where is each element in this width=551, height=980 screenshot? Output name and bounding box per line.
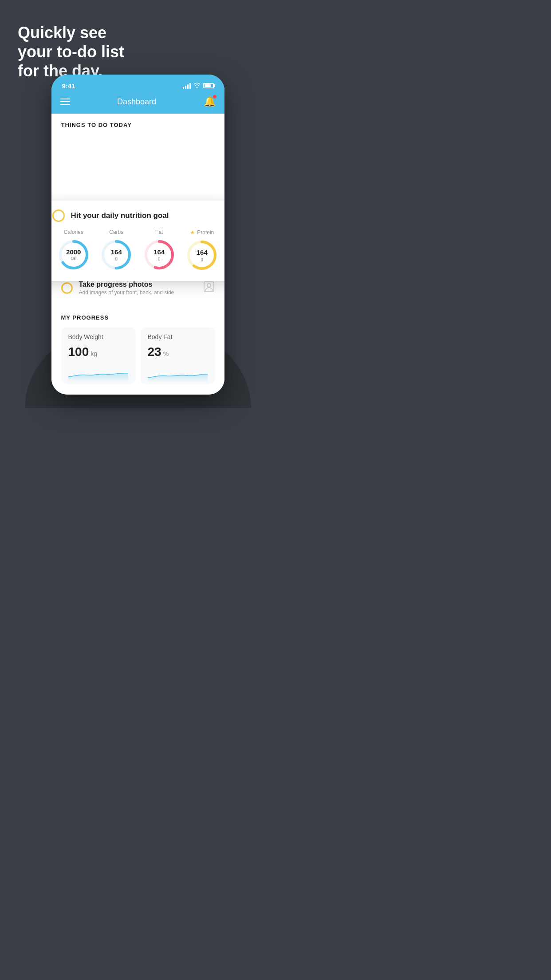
nutrition-circles: Calories 2000 cal xyxy=(52,229,224,271)
calories-value: 2000 xyxy=(66,248,81,256)
person-photo-icon xyxy=(203,281,215,295)
body-fat-value: 23% xyxy=(148,345,208,359)
nutrition-card: Hit your daily nutrition goal Calories xyxy=(51,201,224,281)
phone: 9:41 xyxy=(51,75,224,395)
carbs-label: Carbs xyxy=(109,229,123,235)
nutrition-fat: Fat 164 g xyxy=(143,229,175,271)
body-fat-card[interactable]: Body Fat 23% xyxy=(141,327,215,384)
protein-label: ★ Protein xyxy=(190,229,214,236)
photos-title: Take progress photos xyxy=(79,281,203,288)
calories-label: Calories xyxy=(64,229,83,235)
status-icons xyxy=(183,82,214,90)
things-today-heading: THINGS TO DO TODAY xyxy=(51,114,224,133)
fat-value: 164 xyxy=(153,248,165,256)
progress-section: MY PROGRESS Body Weight 100kg xyxy=(51,302,224,395)
nutrition-card-title-text: Hit your daily nutrition goal xyxy=(71,211,169,220)
body-fat-unit: % xyxy=(163,350,169,357)
wifi-icon xyxy=(193,82,201,90)
body-weight-title: Body Weight xyxy=(68,333,128,340)
phone-content: THINGS TO DO TODAY Hit your daily nutrit… xyxy=(51,114,224,395)
progress-heading: MY PROGRESS xyxy=(61,314,215,321)
body-fat-chart xyxy=(148,364,208,382)
carbs-ring: 164 g xyxy=(100,239,132,271)
nutrition-protein: ★ Protein 164 g xyxy=(186,229,218,271)
notification-bell-icon[interactable]: 🔔 xyxy=(204,96,216,107)
body-weight-value: 100kg xyxy=(68,345,128,359)
notification-dot xyxy=(213,95,216,99)
body-fat-title: Body Fat xyxy=(148,333,208,340)
svg-point-12 xyxy=(207,284,211,287)
battery-icon xyxy=(203,83,214,88)
status-time: 9:41 xyxy=(62,82,75,90)
photos-subtitle: Add images of your front, back, and side xyxy=(79,289,203,296)
app-header: Dashboard 🔔 xyxy=(51,92,224,114)
body-weight-unit: kg xyxy=(91,350,97,357)
signal-icon xyxy=(183,83,191,89)
protein-ring: 164 g xyxy=(186,239,218,271)
fat-ring: 164 g xyxy=(143,239,175,271)
body-weight-chart xyxy=(68,364,128,382)
nutrition-card-header: Hit your daily nutrition goal xyxy=(52,209,224,222)
headline: Quickly see your to-do list for the day. xyxy=(18,23,124,81)
nutrition-carbs: Carbs 164 g xyxy=(100,229,132,271)
status-bar: 9:41 xyxy=(51,75,224,92)
nutrition-calories: Calories 2000 cal xyxy=(58,229,90,271)
photos-text: Take progress photos Add images of your … xyxy=(79,281,203,296)
calories-ring: 2000 cal xyxy=(58,239,90,271)
body-weight-card[interactable]: Body Weight 100kg xyxy=(61,327,135,384)
protein-value: 164 xyxy=(197,249,208,257)
nutrition-circle-check xyxy=(52,209,65,222)
carbs-value: 164 xyxy=(111,248,122,256)
fat-label: Fat xyxy=(155,229,163,235)
star-icon: ★ xyxy=(190,229,195,236)
header-title: Dashboard xyxy=(117,97,156,107)
progress-cards: Body Weight 100kg xyxy=(61,327,215,395)
hamburger-menu[interactable] xyxy=(60,99,70,105)
phone-wrapper: 9:41 xyxy=(51,75,224,395)
photos-circle xyxy=(61,282,73,294)
